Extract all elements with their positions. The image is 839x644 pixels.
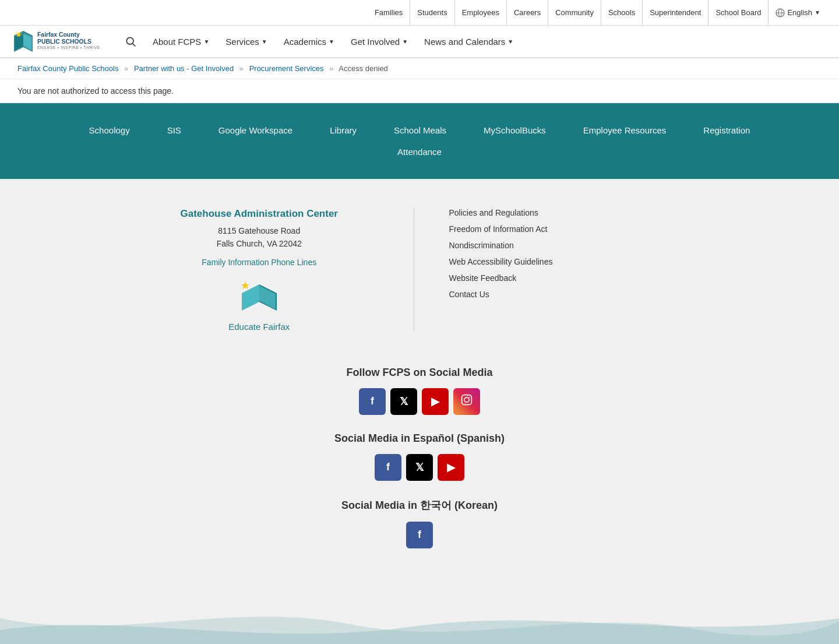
svg-text:Fairfax County: Fairfax County [37, 31, 80, 38]
svg-point-13 [126, 37, 133, 44]
breadcrumb-separator: » [124, 64, 128, 73]
facebook-icon: f [418, 529, 421, 541]
footer-link-nondiscrimination[interactable]: Nondiscrimination [449, 241, 514, 250]
footer-link-web-accessibility[interactable]: Web Accessibility Guidelines [449, 257, 553, 266]
nav-get-involved[interactable]: Get Involved ▼ [343, 25, 416, 58]
quick-link-library[interactable]: Library [311, 119, 375, 141]
quick-link-google-workspace[interactable]: Google Workspace [200, 119, 311, 141]
social-instagram-english[interactable] [453, 388, 480, 415]
svg-point-18 [469, 397, 470, 398]
footer-address-lines: 8115 Gatehouse Road Falls Church, VA 220… [128, 224, 390, 251]
main-nav: Fairfax County PUBLIC SCHOOLS ENGAGE • I… [0, 26, 839, 58]
footer-link-feedback[interactable]: Website Feedback [449, 273, 517, 283]
social-english-section: Follow FCPS on Social Media f 𝕏 ▶ [23, 355, 816, 583]
nav-academics[interactable]: Academics ▼ [276, 25, 343, 58]
utility-students[interactable]: Students [410, 0, 454, 26]
chevron-down-icon: ▼ [329, 38, 334, 45]
utility-bar: Families Students Employees Careers Comm… [0, 0, 839, 26]
svg-text:ENGAGE • INSPIRE • THRIVE: ENGAGE • INSPIRE • THRIVE [37, 45, 100, 50]
quick-links-grid: Schoology SIS Google Workspace Library S… [70, 119, 769, 163]
quick-link-employee-resources[interactable]: Employee Resources [565, 119, 685, 141]
utility-community[interactable]: Community [548, 0, 601, 26]
social-spanish-title: Social Media in Español (Spanish) [23, 432, 816, 445]
x-icon: 𝕏 [415, 461, 424, 474]
breadcrumb-item-procurement[interactable]: Procurement Services [249, 64, 324, 73]
quick-link-schoology[interactable]: Schoology [70, 119, 149, 141]
footer-content: Gatehouse Administration Center 8115 Gat… [128, 208, 711, 332]
social-spanish-icons: f 𝕏 ▶ [23, 454, 816, 481]
breadcrumb-separator: » [239, 64, 244, 73]
educate-fairfax: Educate Fairfax [128, 279, 390, 332]
footer-link-foia[interactable]: Freedom of Information Act [449, 224, 548, 234]
utility-employees[interactable]: Employees [455, 0, 507, 26]
social-korean-icons: f [23, 522, 816, 548]
svg-point-17 [464, 397, 469, 402]
svg-line-8 [16, 32, 17, 33]
breadcrumb-current: Access denied [339, 64, 388, 73]
youtube-icon: ▶ [431, 395, 439, 408]
nav-news[interactable]: News and Calendars ▼ [416, 25, 521, 58]
svg-marker-15 [241, 281, 249, 289]
quick-link-attendance[interactable]: Attendance [379, 141, 460, 163]
x-icon: 𝕏 [400, 395, 408, 408]
nav-items: About FCPS ▼ Services ▼ Academics ▼ Get … [144, 25, 827, 58]
social-facebook-korean[interactable]: f [406, 522, 433, 548]
social-english-title: Follow FCPS on Social Media [23, 367, 816, 379]
breadcrumb: Fairfax County Public Schools » Partner … [0, 58, 839, 79]
youtube-icon: ▶ [447, 461, 455, 474]
footer-phone-link[interactable]: Family Information Phone Lines [202, 258, 316, 267]
social-english-icons: f 𝕏 ▶ [23, 388, 816, 415]
svg-rect-16 [462, 395, 472, 405]
social-youtube-english[interactable]: ▶ [422, 388, 449, 415]
utility-schools[interactable]: Schools [601, 0, 643, 26]
facebook-icon: f [386, 461, 390, 473]
nav-about[interactable]: About FCPS ▼ [144, 25, 217, 58]
utility-english[interactable]: English ▼ [769, 0, 827, 26]
social-x-spanish[interactable]: 𝕏 [406, 454, 433, 481]
quick-links-section: Schoology SIS Google Workspace Library S… [0, 103, 839, 179]
footer-links-section: Policies and Regulations Freedom of Info… [438, 208, 711, 332]
svg-line-14 [133, 44, 136, 47]
facebook-icon: f [371, 395, 374, 407]
social-korean-title: Social Media in 한국어 (Korean) [23, 498, 816, 512]
utility-school-board[interactable]: School Board [708, 0, 769, 26]
social-facebook-spanish[interactable]: f [375, 454, 401, 481]
footer-address-title: Gatehouse Administration Center [128, 208, 390, 220]
quick-link-sis[interactable]: SIS [149, 119, 200, 141]
breadcrumb-item-partner[interactable]: Partner with us - Get Involved [134, 64, 234, 73]
chevron-down-icon: ▼ [402, 38, 408, 45]
chevron-down-icon: ▼ [262, 38, 267, 45]
breadcrumb-separator: » [329, 64, 333, 73]
quick-link-myschoolbucks[interactable]: MySchoolBucks [465, 119, 565, 141]
footer-link-contact[interactable]: Contact Us [449, 290, 489, 299]
footer-main: Gatehouse Administration Center 8115 Gat… [0, 179, 839, 595]
logo[interactable]: Fairfax County PUBLIC SCHOOLS ENGAGE • I… [12, 27, 105, 56]
footer-address-section: Gatehouse Administration Center 8115 Gat… [128, 208, 414, 332]
chevron-down-icon: ▼ [507, 38, 513, 45]
footer-links-list: Policies and Regulations Freedom of Info… [449, 208, 711, 299]
educate-fairfax-label: Educate Fairfax [128, 322, 390, 332]
quick-link-registration[interactable]: Registration [685, 119, 769, 141]
svg-point-4 [17, 33, 20, 36]
chevron-down-icon: ▼ [203, 38, 209, 45]
utility-families[interactable]: Families [368, 0, 410, 26]
nav-services[interactable]: Services ▼ [217, 25, 275, 58]
quick-link-school-meals[interactable]: School Meals [375, 119, 465, 141]
search-button[interactable] [117, 31, 144, 52]
social-youtube-spanish[interactable]: ▶ [438, 454, 464, 481]
wave-decoration [0, 595, 839, 644]
svg-text:PUBLIC SCHOOLS: PUBLIC SCHOOLS [37, 38, 91, 45]
breadcrumb-item-home[interactable]: Fairfax County Public Schools [17, 64, 118, 73]
utility-superintendent[interactable]: Superintendent [643, 0, 708, 26]
social-x-english[interactable]: 𝕏 [390, 388, 417, 415]
footer-link-policies[interactable]: Policies and Regulations [449, 208, 538, 217]
instagram-icon [461, 394, 473, 409]
utility-careers[interactable]: Careers [507, 0, 548, 26]
access-denied-message: You are not authorized to access this pa… [0, 79, 839, 103]
social-facebook-english[interactable]: f [359, 388, 386, 415]
